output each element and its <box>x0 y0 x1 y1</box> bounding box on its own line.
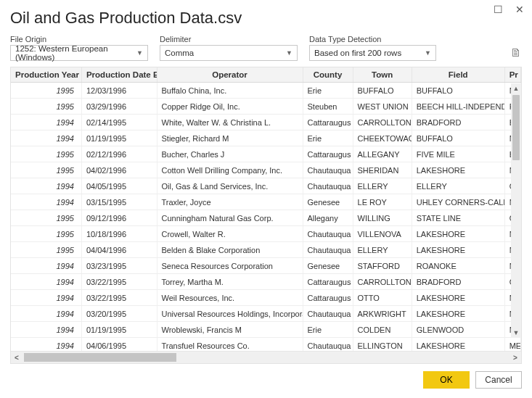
table-row[interactable]: 199403/15/1995Traxler, JoyceGeneseeLE RO… <box>11 194 521 210</box>
cell-year: 1994 <box>11 178 81 194</box>
data-type-detection-combo[interactable]: Based on first 200 rows ▼ <box>309 45 436 61</box>
cell-date: 12/03/1996 <box>81 83 157 99</box>
cell-year: 1995 <box>11 210 81 226</box>
col-field[interactable]: Field <box>412 67 504 83</box>
scroll-thumb[interactable] <box>24 353 176 362</box>
cell-county: Chautauqua <box>303 306 353 322</box>
table-row[interactable]: 199401/19/1995Stiegler, Richard MErieCHE… <box>11 130 521 146</box>
maximize-icon[interactable]: ☐ <box>491 3 504 16</box>
table-row[interactable]: 199402/14/1995White, Walter W. & Christi… <box>11 115 521 130</box>
cell-field: BUFFALO <box>412 130 504 146</box>
close-icon[interactable]: ✕ <box>513 3 526 16</box>
table-row[interactable]: 199403/23/1995Seneca Resources Corporati… <box>11 258 521 274</box>
cell-town: ARKWRIGHT <box>353 306 412 322</box>
cell-town: VILLENOVA <box>353 226 412 242</box>
data-type-detection-value: Based on first 200 rows <box>314 49 401 57</box>
scroll-right-icon[interactable]: > <box>510 352 521 363</box>
cell-county: Chautauqua <box>303 178 353 194</box>
cell-operator: Oil, Gas & Land Services, Inc. <box>157 178 303 194</box>
chevron-down-icon: ▼ <box>136 49 143 57</box>
scroll-up-icon[interactable]: ▲ <box>511 83 521 94</box>
table-row[interactable]: 199404/06/1995Transfuel Resources Co.Cha… <box>11 338 521 352</box>
cell-operator: Crowell, Walter R. <box>157 226 303 242</box>
chevron-down-icon: ▼ <box>286 49 292 57</box>
cell-year: 1994 <box>11 290 81 306</box>
cell-county: Erie <box>303 130 353 146</box>
col-production-year[interactable]: Production Year <box>11 67 81 83</box>
col-pr[interactable]: Pr <box>504 67 520 83</box>
cell-year: 1995 <box>11 242 81 258</box>
delimiter-value: Comma <box>165 49 194 57</box>
cell-operator: Stiegler, Richard M <box>157 130 303 146</box>
cell-date: 04/02/1996 <box>81 162 157 178</box>
table-row[interactable]: 199509/12/1996Cunningham Natural Gas Cor… <box>11 210 521 226</box>
cell-town: WEST UNION <box>353 99 412 115</box>
cell-field: FIVE MILE <box>412 146 504 162</box>
scroll-thumb[interactable] <box>512 95 520 160</box>
cell-date: 03/22/1995 <box>81 274 157 290</box>
table-row[interactable]: 199403/20/1995Universal Resources Holdin… <box>11 306 521 322</box>
scroll-down-icon[interactable]: ▼ <box>511 328 521 338</box>
table-row[interactable]: 199401/19/1995Wroblewski, Francis MErieC… <box>11 322 521 338</box>
preview-table-area: Production Year Production Date Entered … <box>10 67 522 364</box>
cell-operator: Seneca Resources Corporation <box>157 258 303 274</box>
col-town[interactable]: Town <box>353 67 412 83</box>
horizontal-scrollbar[interactable]: < > <box>11 351 521 363</box>
table-row[interactable]: 199504/04/1996Belden & Blake Corporation… <box>11 242 521 258</box>
refresh-icon[interactable]: 🗎 <box>510 46 522 59</box>
file-origin-label: File Origin <box>10 35 148 43</box>
cell-operator: Transfuel Resources Co. <box>157 338 303 352</box>
cell-operator: White, Walter W. & Christina L. <box>157 115 303 130</box>
delimiter-combo[interactable]: Comma ▼ <box>160 45 298 61</box>
cell-date: 10/18/1996 <box>81 226 157 242</box>
cell-town: WILLING <box>353 210 412 226</box>
table-row[interactable]: 199503/29/1996Copper Ridge Oil, Inc.Steu… <box>11 99 521 115</box>
table-row[interactable]: 199403/22/1995Torrey, Martha M.Cattaraug… <box>11 274 521 290</box>
cell-date: 03/22/1995 <box>81 290 157 306</box>
vertical-scrollbar[interactable]: ▲ ▼ <box>511 83 521 338</box>
cell-year: 1995 <box>11 83 81 99</box>
cell-field: LAKESHORE <box>412 242 504 258</box>
cell-county: Cattaraugus <box>303 274 353 290</box>
cell-county: Chautauqua <box>303 226 353 242</box>
col-production-date[interactable]: Production Date Entered <box>81 67 157 83</box>
cell-date: 09/12/1996 <box>81 210 157 226</box>
cell-field: BUFFALO <box>412 83 504 99</box>
cell-date: 02/14/1995 <box>81 115 157 130</box>
data-type-detection-label: Data Type Detection <box>309 35 436 43</box>
col-county[interactable]: County <box>303 67 353 83</box>
file-origin-value: 1252: Western European (Windows) <box>15 44 136 62</box>
cell-operator: Cunningham Natural Gas Corp. <box>157 210 303 226</box>
file-origin-combo[interactable]: 1252: Western European (Windows) ▼ <box>10 45 148 61</box>
cell-field: LAKESHORE <box>412 338 504 352</box>
cell-field: BRADFORD <box>412 274 504 290</box>
cell-county: Allegany <box>303 210 353 226</box>
cell-county: Chautauqua <box>303 338 353 352</box>
cell-field: LAKESHORE <box>412 226 504 242</box>
cell-year: 1994 <box>11 130 81 146</box>
cell-year: 1994 <box>11 274 81 290</box>
cell-town: COLDEN <box>353 322 412 338</box>
table-row[interactable]: 199502/12/1996Bucher, Charles JCattaraug… <box>11 146 521 162</box>
table-row[interactable]: 199512/03/1996Buffalo China, Inc.ErieBUF… <box>11 83 521 99</box>
table-row[interactable]: 199504/02/1996Cotton Well Drilling Compa… <box>11 162 521 178</box>
col-operator[interactable]: Operator <box>157 67 303 83</box>
cell-year: 1995 <box>11 162 81 178</box>
ok-button[interactable]: OK <box>423 371 470 389</box>
cell-pr: ME <box>504 338 520 352</box>
cell-date: 02/12/1996 <box>81 146 157 162</box>
scroll-left-icon[interactable]: < <box>11 352 22 363</box>
table-row[interactable]: 199403/22/1995Weil Resources, Inc.Cattar… <box>11 290 521 306</box>
cell-year: 1995 <box>11 99 81 115</box>
chevron-down-icon: ▼ <box>425 49 431 57</box>
cell-date: 01/19/1995 <box>81 322 157 338</box>
cell-year: 1994 <box>11 306 81 322</box>
cell-field: ELLERY <box>412 178 504 194</box>
cell-county: Steuben <box>303 99 353 115</box>
cell-date: 04/05/1995 <box>81 178 157 194</box>
table-row[interactable]: 199404/05/1995Oil, Gas & Land Services, … <box>11 178 521 194</box>
cell-county: Cattaraugus <box>303 290 353 306</box>
cell-year: 1995 <box>11 226 81 242</box>
table-row[interactable]: 199510/18/1996Crowell, Walter R.Chautauq… <box>11 226 521 242</box>
cancel-button[interactable]: Cancel <box>475 371 522 389</box>
